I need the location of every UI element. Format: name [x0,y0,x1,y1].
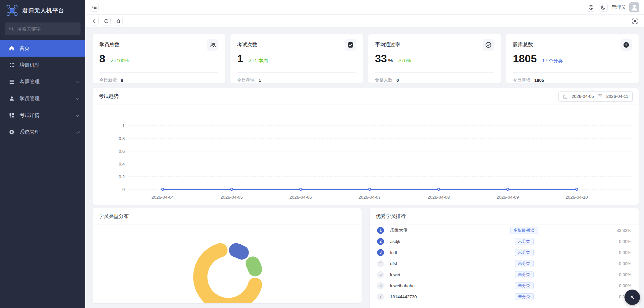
svg-text:0.4: 0.4 [119,162,125,167]
rank-badge: 5 [377,271,384,278]
stat-card-footer-label: 合格人数 [375,77,392,83]
rank-badge: 7 [377,293,384,300]
pass-rate: 0.00% [601,283,631,288]
list-icon [9,79,15,85]
ranking-card: 优秀学员排行 1乐维大佬多旋翼-教员33.33%2asdjk未分类0.00%3f… [370,208,639,308]
chevron-down-icon [76,96,79,100]
ranking-row-2: 2asdjk未分类0.00% [370,236,639,247]
dark-mode-button[interactable] [599,3,608,12]
sidebar-item-5[interactable]: 系统管理 [0,124,85,140]
pass-rate: 0.00% [601,261,631,266]
category-tag: 未分类 [515,271,534,278]
category-tag: 未分类 [515,238,534,245]
sidebar-item-label: 考试详情 [19,112,40,119]
date-to: 2026-04-11 [606,94,628,99]
refresh-icon [104,18,109,24]
palette-icon [588,5,594,10]
scroll-top-fab[interactable] [625,290,640,305]
stat-card-value: 33 [375,53,387,65]
checkbox-icon [347,42,354,48]
svg-text:2026-04-07: 2026-04-07 [359,195,381,200]
svg-text:2026-04-05: 2026-04-05 [220,195,243,200]
sidebar-item-2[interactable]: 考题管理 [0,73,85,90]
ranking-title: 优秀学员排行 [376,213,406,220]
sidebar-item-label: 考题管理 [19,79,40,85]
user-name: 管理员 [611,4,626,10]
svg-text:2026-04-09: 2026-04-09 [496,195,519,200]
donut-chart-svg [93,225,362,303]
refresh-button[interactable] [102,17,111,25]
fullscreen-button[interactable] [631,17,639,25]
users-icon [209,42,216,48]
sidebar: 君归无人机平台 首页培训机型考题管理学员管理考试详情系统管理 [0,0,85,308]
grid-icon [9,112,15,118]
rank-badge: 2 [377,238,384,245]
svg-text:0.6: 0.6 [119,149,125,154]
bottom-row: 学员类型分布 优秀学员排行 1乐维大佬多旋翼-教员33.33%2asdjk未分类… [93,208,639,308]
category-tag: 未分类 [515,260,534,267]
student-name: leweihahaha [390,283,447,288]
stat-card-icon-box [483,39,494,51]
stat-card-trend: ↗+100% [110,58,129,63]
pass-rate: 33.33% [601,228,631,233]
back-button[interactable] [90,17,99,25]
svg-text:2026-04-06: 2026-04-06 [289,195,312,200]
student-name: dfsf [390,261,447,266]
theme-button[interactable] [587,3,595,12]
ranking-row-6: 6leweihahaha未分类0.00% [370,280,639,291]
stat-card-title: 学员总数 [99,39,119,48]
rank-badge: 4 [377,260,384,267]
stat-card-icon-box [345,39,356,51]
svg-text:?: ? [625,43,628,47]
stat-card-3: 题库总数?180517 个分类今日新增1805 [506,34,639,83]
sidebar-item-4[interactable]: 考试详情 [0,107,85,124]
chevron-down-icon [76,130,79,133]
circle-check-icon [485,42,492,48]
date-range-picker[interactable]: 2026-04-05 至 2026-04-11 [558,91,633,102]
rank-badge: 6 [377,282,384,289]
search-input[interactable] [17,26,76,32]
stat-card-extra-link[interactable]: 17 个分类 [542,58,562,64]
sidebar-item-1[interactable]: 培训机型 [0,57,85,73]
category-tag: 未分类 [515,282,534,289]
svg-text:0.2: 0.2 [119,174,125,179]
ranking-row-3: 3fsdf未分类0.00% [370,247,639,258]
stat-card-footer-label: 今日新增 [513,77,530,83]
rank-badge: 1 [377,227,384,234]
category-tag: 未分类 [515,249,534,256]
moon-icon [601,5,606,10]
date-from: 2026-04-05 [572,94,594,99]
user-avatar[interactable] [629,2,639,12]
stat-card-trend: ↗+0% [397,58,411,63]
page-content: 学员总数8↗+100%今日新增8考试次数1↗+1 本周今日考试1平均通过率33%… [85,27,644,308]
svg-text:0.8: 0.8 [119,136,125,141]
exam-trend-title: 考试趋势 [99,93,119,100]
category-tag: 未分类 [515,293,534,300]
person-icon [629,2,639,12]
svg-text:2026-04-08: 2026-04-08 [427,195,450,200]
line-chart-svg: 00.20.40.60.812026-04-042026-04-052026-0… [93,105,639,205]
stat-card-footer-value: 1805 [534,78,544,83]
collapse-sidebar-button[interactable] [90,3,99,12]
stat-card-icon-box: ? [621,39,632,51]
logo[interactable]: 君归无人机平台 [0,0,85,20]
home-icon [116,18,121,24]
student-type-title: 学员类型分布 [99,213,129,220]
sidebar-menu: 首页培训机型考题管理学员管理考试详情系统管理 [0,40,85,140]
student-type-card: 学员类型分布 [93,208,362,303]
stat-card-footer-label: 今日新增 [99,77,117,83]
home-nav-button[interactable] [114,17,123,25]
home-icon [9,45,15,51]
student-name: 乐维大佬 [390,227,447,233]
stat-card-footer-value: 1 [259,78,261,83]
stat-card-footer-label: 今日考试 [237,77,255,83]
stat-card-trend: ↗+1 本周 [248,58,268,64]
sidebar-item-label: 首页 [19,45,30,52]
sidebar-item-0[interactable]: 首页 [0,40,85,57]
sidebar-item-3[interactable]: 学员管理 [0,90,85,107]
chevron-left-icon [92,18,97,24]
sidebar-item-label: 学员管理 [19,96,40,102]
category-tag: 多旋翼-教员 [510,227,538,234]
search-box[interactable] [5,22,80,35]
arrow-up-left-icon [629,294,635,300]
